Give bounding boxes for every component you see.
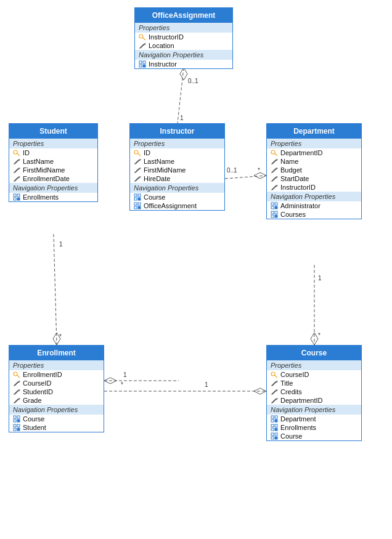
entity-enrollment: EnrollmentProperties EnrollmentID Course… (9, 345, 104, 432)
property-row-officeAssignment-1-0: Instructor (135, 60, 232, 68)
label-star-enrollment: * (59, 333, 62, 340)
svg-rect-32 (134, 206, 137, 209)
property-row-department-0-2: Budget (267, 166, 361, 174)
key-icon (13, 149, 20, 156)
property-row-enrollment-1-0: Course (9, 415, 104, 423)
wrench-icon (13, 158, 20, 165)
property-row-course-0-0: CourseID (267, 370, 361, 379)
property-name: FirstMidName (144, 166, 186, 174)
svg-rect-38 (271, 206, 274, 209)
svg-point-12 (139, 34, 143, 38)
label-01-oa: 0..1 (188, 78, 198, 84)
svg-marker-5 (53, 333, 60, 345)
svg-rect-49 (17, 419, 20, 422)
entity-department: DepartmentProperties DepartmentID Name B… (266, 123, 362, 219)
svg-point-34 (271, 150, 275, 154)
wrench-icon (271, 175, 278, 182)
property-row-instructor-1-0: Course (130, 193, 224, 201)
property-name: Courses (280, 211, 306, 218)
property-row-course-0-3: DepartmentID (267, 396, 361, 405)
svg-line-4 (54, 234, 57, 345)
property-name: Enrollments (23, 193, 59, 201)
svg-rect-27 (138, 194, 141, 197)
property-name: LastName (23, 158, 54, 165)
section-label-student-0: Properties (9, 139, 97, 148)
wrench-icon (271, 158, 278, 165)
property-name: Location (149, 42, 174, 49)
entity-header-officeAssignment: OfficeAssignment (135, 8, 232, 23)
property-name: StudentID (23, 388, 53, 395)
property-row-instructor-0-2: FirstMidName (130, 166, 224, 174)
wrench-icon (271, 397, 278, 404)
property-row-student-0-2: FirstMidName (9, 166, 97, 174)
label-01-inst: 0..1 (227, 167, 237, 174)
property-name: Course (280, 432, 302, 440)
property-row-student-1-0: Enrollments (9, 193, 97, 201)
property-name: Course (144, 193, 165, 201)
label-star-enroll-right: * (121, 381, 123, 388)
key-icon (271, 149, 278, 156)
property-name: Department (280, 415, 316, 423)
svg-rect-17 (143, 65, 145, 67)
property-name: StartDate (280, 175, 309, 182)
key-icon (13, 371, 20, 378)
svg-marker-10 (254, 388, 266, 394)
svg-rect-53 (17, 428, 20, 431)
wrench-icon (13, 397, 20, 404)
entity-header-enrollment: Enrollment (9, 346, 104, 360)
property-name: ID (23, 149, 30, 156)
wrench-icon (134, 158, 141, 165)
svg-rect-66 (271, 437, 274, 439)
svg-line-19 (17, 153, 20, 156)
svg-line-2 (225, 176, 266, 179)
section-label-department-0: Properties (267, 139, 361, 148)
wrench-icon (271, 184, 278, 191)
wrench-icon (13, 388, 20, 395)
svg-rect-61 (275, 424, 277, 427)
property-row-instructor-0-3: HireDate (130, 174, 224, 183)
svg-rect-39 (275, 206, 277, 209)
property-name: EnrollmentDate (23, 175, 70, 182)
svg-rect-60 (271, 424, 274, 427)
section-label-instructor-0: Properties (130, 139, 224, 148)
entity-instructor: InstructorProperties ID LastName FirstMi… (129, 123, 225, 211)
svg-line-45 (17, 375, 20, 378)
svg-rect-31 (138, 203, 141, 205)
connections-svg: 0..1 1 0..1 * 1 * 1 * * 1 1 (0, 0, 392, 539)
nav-icon (134, 193, 141, 201)
property-name: Instructor (149, 60, 177, 68)
nav-icon (271, 415, 278, 423)
property-name: Enrollments (280, 424, 316, 431)
property-row-department-0-3: StartDate (267, 174, 361, 183)
wrench-icon (13, 166, 20, 174)
svg-rect-47 (17, 416, 20, 418)
svg-marker-3 (254, 172, 266, 179)
svg-rect-58 (271, 419, 274, 422)
property-row-enrollment-0-3: Grade (9, 396, 104, 405)
svg-rect-50 (14, 424, 16, 427)
svg-rect-33 (138, 206, 141, 209)
property-row-department-0-1: Name (267, 157, 361, 166)
property-row-department-0-4: InstructorID (267, 183, 361, 192)
property-row-course-0-1: Title (267, 379, 361, 387)
property-row-course-0-2: Credits (267, 387, 361, 396)
svg-rect-22 (14, 198, 16, 200)
entity-header-course: Course (267, 346, 361, 360)
section-label-department-1: Navigation Properties (267, 192, 361, 201)
property-row-department-0-0: DepartmentID (267, 148, 361, 157)
svg-line-13 (143, 38, 146, 40)
svg-rect-48 (14, 419, 16, 422)
property-name: DepartmentID (280, 397, 322, 404)
svg-rect-23 (17, 198, 20, 200)
property-name: FirstMidName (23, 166, 65, 174)
wrench-icon (134, 175, 141, 182)
key-icon (139, 33, 146, 41)
property-name: InstructorID (149, 33, 184, 41)
nav-icon (271, 424, 278, 431)
entity-student: StudentProperties ID LastName FirstMidNa… (9, 123, 98, 202)
svg-rect-43 (275, 215, 277, 217)
svg-rect-52 (14, 428, 16, 431)
svg-rect-21 (17, 194, 20, 197)
property-name: Title (280, 379, 293, 387)
section-label-officeAssignment-0: Properties (135, 23, 232, 33)
